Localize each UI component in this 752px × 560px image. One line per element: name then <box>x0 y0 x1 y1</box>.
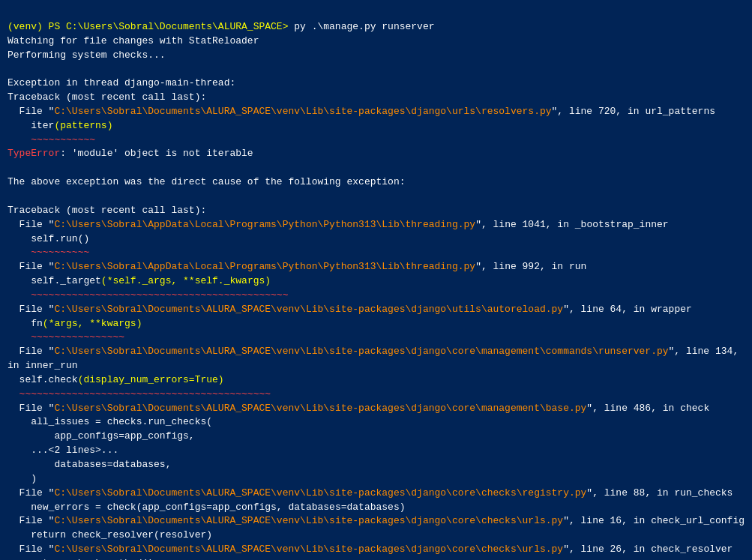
terminal-line: Performing system checks... <box>7 49 745 63</box>
terminal-line: return check_method() <box>7 557 745 560</box>
terminal-line: self.check(display_num_errors=True) <box>7 373 745 388</box>
terminal-line: self._target(*self._args, **self._kwargs… <box>7 274 745 289</box>
terminal-line: app_configs=app_configs, <box>7 430 745 444</box>
terminal-line: all_issues = checks.run_checks( <box>7 415 745 430</box>
terminal-line: Watching for file changes with StatReloa… <box>7 34 745 49</box>
terminal-line: File "C:\Users\Sobral\Documents\ALURA_SP… <box>7 402 745 416</box>
terminal-line: (venv) PS C:\Users\Sobral\Documents\ALUR… <box>7 20 745 34</box>
terminal-line: File "C:\Users\Sobral\Documents\ALURA_SP… <box>7 514 745 529</box>
terminal-line: ~~~~~~~~~~~~~~~~~~~~~~~~~~~~~~~~~~~~~~~~… <box>7 388 745 402</box>
terminal-line: TypeError: 'module' object is not iterab… <box>7 147 745 161</box>
terminal-line: databases=databases, <box>7 458 745 472</box>
terminal-line: File "C:\Users\Sobral\Documents\ALURA_SP… <box>7 105 745 119</box>
terminal-line: self.run() <box>7 232 745 247</box>
terminal-line: File "C:\Users\Sobral\AppData\Local\Prog… <box>7 260 745 274</box>
terminal-line: return check_resolver(resolver) <box>7 529 745 543</box>
terminal-line: Exception in thread django-main-thread: <box>7 76 745 91</box>
terminal-line: ...<2 lines>... <box>7 444 745 458</box>
terminal-line: File "C:\Users\Sobral\AppData\Local\Prog… <box>7 218 745 232</box>
terminal-line: File "C:\Users\Sobral\Documents\ALURA_SP… <box>7 345 745 373</box>
terminal-line: iter(patterns) <box>7 119 745 133</box>
terminal-line: File "C:\Users\Sobral\Documents\ALURA_SP… <box>7 487 745 501</box>
terminal-output: (venv) PS C:\Users\Sobral\Documents\ALUR… <box>7 6 745 560</box>
terminal-line: ~~~~~~~~~~~~~~~~ <box>7 331 745 345</box>
terminal-line: Traceback (most recent call last): <box>7 91 745 105</box>
terminal-line: File "C:\Users\Sobral\Documents\ALURA_SP… <box>7 303 745 317</box>
terminal-line: ) <box>7 472 745 487</box>
terminal-line: new_errors = check(app_configs=app_confi… <box>7 501 745 515</box>
terminal-line: ~~~~~~~~~~ <box>7 246 745 260</box>
terminal-line: fn(*args, **kwargs) <box>7 317 745 331</box>
terminal-line: ~~~~~~~~~~~~~~~~~~~~~~~~~~~~~~~~~~~~~~~~… <box>7 289 745 303</box>
terminal-line: Traceback (most recent call last): <box>7 204 745 218</box>
terminal-line <box>7 62 745 76</box>
terminal-line <box>7 190 745 204</box>
terminal-line: ~~~~~~~~~~~ <box>7 133 745 148</box>
terminal-line: The above exception was the direct cause… <box>7 175 745 190</box>
terminal-line: File "C:\Users\Sobral\Documents\ALURA_SP… <box>7 543 745 557</box>
terminal-line <box>7 161 745 175</box>
